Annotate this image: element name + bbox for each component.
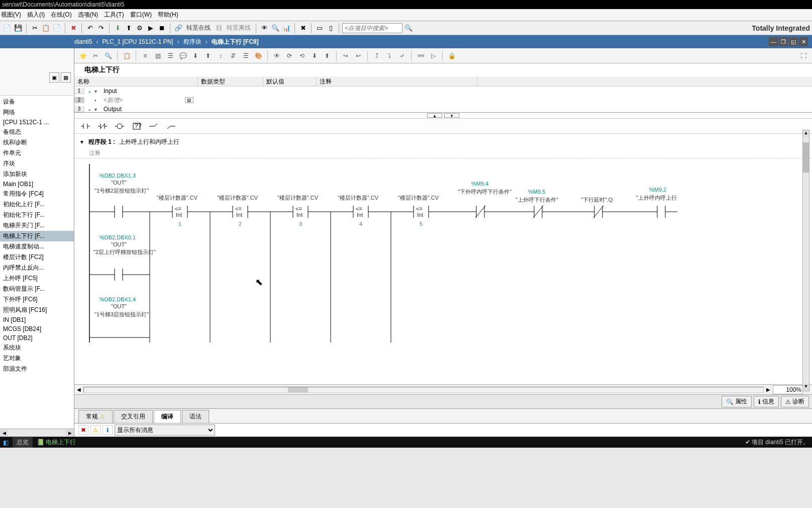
col-type[interactable]: 数据类型	[198, 76, 263, 86]
open-contact-button[interactable]	[78, 119, 92, 133]
vscroll-thumb[interactable]	[803, 142, 809, 173]
menu-tools[interactable]: 工具(T)	[104, 11, 124, 19]
hscroll-thumb[interactable]	[288, 387, 308, 392]
coil-button[interactable]	[113, 119, 127, 133]
tree-item[interactable]: 内呼禁止反向...	[0, 263, 74, 273]
open-branch-button[interactable]	[147, 119, 161, 133]
network-comment[interactable]: 注释	[74, 148, 812, 158]
p3-icon[interactable]: ⤶	[396, 50, 408, 61]
menu-view[interactable]: 视图(V)	[1, 11, 21, 19]
list3-icon[interactable]: ☰	[165, 50, 176, 61]
fav3-icon[interactable]: 🔍	[103, 50, 114, 61]
project-tree[interactable]: 设备 网络 [CPU 1512C-1 ... 备组态 线和诊断 件单元 序块 添…	[0, 96, 74, 429]
tree-item[interactable]: 系统块	[0, 343, 74, 353]
row-text[interactable]: Input	[102, 88, 119, 95]
tree-hscrollbar[interactable]: ◀ ▶	[0, 429, 74, 437]
zoom-input[interactable]	[773, 385, 803, 394]
new-icon[interactable]: 📄	[2, 23, 12, 33]
overview-tab[interactable]: 总览	[13, 437, 33, 448]
delete-icon[interactable]: ✖	[68, 23, 78, 33]
tab-xref[interactable]: 交叉引用	[114, 410, 153, 423]
project-view-icon[interactable]: ▦	[61, 72, 71, 82]
scroll-down-icon[interactable]: ▼	[803, 384, 809, 391]
net3-icon[interactable]: ↕	[215, 50, 226, 61]
tree-item[interactable]: 添加新块	[0, 169, 74, 180]
save-icon[interactable]: 💾	[13, 23, 23, 33]
link-icon[interactable]: 🔗	[173, 23, 183, 33]
splitter-down-icon[interactable]: ▼	[444, 113, 459, 118]
go-online-button[interactable]: 转至在线	[184, 24, 213, 32]
tab-general[interactable]: 常规 ⚠	[78, 410, 113, 423]
splitter-up-icon[interactable]: ▲	[427, 113, 442, 118]
scroll-right-icon[interactable]: ▶	[66, 429, 74, 437]
tree-item[interactable]: 楼层计数 [FC2]	[0, 252, 74, 263]
tree-item[interactable]: 初始化下行 [F...	[0, 210, 74, 220]
net4-icon[interactable]: ⇵	[228, 50, 239, 61]
tab-info[interactable]: ℹ信息	[754, 396, 779, 407]
redo-icon[interactable]: ↷	[96, 23, 106, 33]
split-v-icon[interactable]: ▯	[326, 23, 336, 33]
copy-icon[interactable]: 📋	[121, 50, 132, 61]
tree-item-selected[interactable]: 电梯上下行 [F...	[0, 231, 74, 241]
simulate-icon[interactable]: ▶	[146, 23, 156, 33]
tree-item[interactable]: 部源文件	[0, 364, 74, 374]
tree-item[interactable]: 件单元	[0, 148, 74, 158]
tree-item[interactable]: 电梯开关门 [F...	[0, 220, 74, 231]
copy-icon[interactable]: 📋	[41, 23, 51, 33]
list1-icon[interactable]: ≡	[140, 50, 151, 61]
m5-icon[interactable]: ⬆	[322, 50, 333, 61]
compile-icon[interactable]: ⚙	[135, 23, 145, 33]
portal-view-icon[interactable]: ▣	[49, 72, 59, 82]
menu-online[interactable]: 在线(O)	[51, 11, 71, 19]
close-branch-button[interactable]	[164, 119, 178, 133]
monitor3-icon[interactable]: 📊	[281, 23, 291, 33]
tab-syntax[interactable]: 语法	[182, 410, 209, 423]
minimize-icon[interactable]: —	[769, 37, 778, 46]
tree-item[interactable]: 照明风扇 [FC16]	[0, 305, 74, 315]
breadcrumb-item-blocks[interactable]: 程序块	[183, 38, 201, 46]
c2-icon[interactable]: ↩	[353, 50, 364, 61]
p2-icon[interactable]: ⤵	[384, 50, 395, 61]
menu-insert[interactable]: 插入(I)	[27, 11, 45, 19]
maximize-icon[interactable]: ❐	[779, 37, 788, 46]
col-name[interactable]: 名称	[74, 76, 198, 86]
cut-icon[interactable]: ✂	[30, 23, 40, 33]
tree-item[interactable]: MCGS [DB24]	[0, 324, 74, 333]
param-row-add[interactable]: 2 ▪ <新增> ▤	[74, 96, 812, 105]
tree-item[interactable]: 初始化上行 [F...	[0, 199, 74, 210]
row-text[interactable]: Output	[102, 106, 124, 113]
restore-icon[interactable]: ◱	[789, 37, 798, 46]
network-description[interactable]: 上外呼上行和内呼上行	[119, 138, 179, 146]
closed-contact-button[interactable]	[95, 119, 110, 133]
lock-icon[interactable]: 🔒	[446, 50, 457, 61]
stop-icon[interactable]: ⏹	[157, 23, 167, 33]
search-go-icon[interactable]: 🔍	[403, 23, 414, 33]
search-input[interactable]	[342, 23, 402, 33]
editor-vscrollbar[interactable]: ▲ ▼	[802, 130, 809, 391]
tree-item[interactable]: 下外呼 [FC6]	[0, 294, 74, 305]
tree-item[interactable]: [CPU 1512C-1 ...	[0, 118, 74, 127]
tree-item[interactable]: IN [DB1]	[0, 315, 74, 324]
tree-item[interactable]: 序块	[0, 158, 74, 169]
tab-properties[interactable]: 🔍属性	[722, 396, 752, 407]
close-icon[interactable]: ✕	[799, 37, 808, 46]
tree-item[interactable]: 常用指令 [FC4]	[0, 189, 74, 199]
net1-icon[interactable]: ⬇	[190, 50, 201, 61]
glasses-icon[interactable]: 👓	[415, 50, 426, 61]
m2-icon[interactable]: ⟳	[284, 50, 295, 61]
monitor2-icon[interactable]: 🔍	[270, 23, 280, 33]
expand-icon[interactable]: ▾	[94, 89, 102, 94]
tree-item[interactable]: 电梯速度制动...	[0, 241, 74, 252]
menu-help[interactable]: 帮助(H)	[158, 11, 178, 19]
breadcrumb-item-plc[interactable]: PLC_1 [CPU 1512C-1 PN]	[102, 38, 173, 45]
error-icon[interactable]: ✖	[78, 425, 88, 435]
tab-compile[interactable]: 编译	[154, 410, 181, 423]
scroll-left-icon[interactable]: ◀	[0, 429, 8, 437]
scroll-left-icon[interactable]: ◀	[74, 387, 83, 392]
param-row-output[interactable]: 3 ⬥ ▾ Output	[74, 105, 812, 114]
tree-item[interactable]: OUT [DB2]	[0, 333, 74, 343]
fav1-icon[interactable]: ⭐	[77, 50, 88, 61]
comment-icon[interactable]: 💬	[177, 50, 188, 61]
play-icon[interactable]: ▷	[428, 50, 439, 61]
c1-icon[interactable]: ↪	[340, 50, 351, 61]
